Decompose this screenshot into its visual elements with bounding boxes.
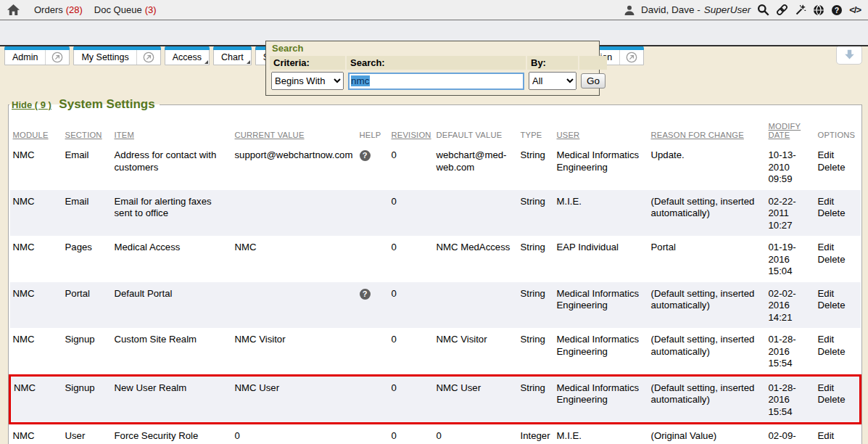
- open-in-new-icon[interactable]: [619, 50, 643, 65]
- edit-link[interactable]: Edit: [818, 334, 855, 346]
- cell-help: [357, 236, 389, 282]
- orders-link[interactable]: Orders (28): [34, 4, 83, 15]
- cell-type: String: [518, 144, 554, 190]
- delete-link[interactable]: Delete: [818, 300, 855, 312]
- tab-access[interactable]: Access: [165, 45, 210, 65]
- search-icon[interactable]: [757, 4, 769, 16]
- system-settings-legend: Hide ( 9 ) System Settings: [9, 97, 160, 112]
- column-header-type: TYPE: [518, 112, 554, 144]
- tab-label: Access: [165, 52, 209, 62]
- column-header-current-value[interactable]: CURRENT VALUE: [232, 112, 357, 144]
- search-input[interactable]: nmc: [348, 73, 524, 90]
- cell-revision: 0: [389, 424, 434, 444]
- tab-label: Chart: [214, 52, 251, 62]
- tab-chart[interactable]: Chart: [213, 45, 252, 65]
- doc-queue-label: Doc Queue: [94, 4, 142, 15]
- cell-default-value: webchart@med-web.com: [434, 144, 518, 190]
- help-icon[interactable]: ?: [360, 150, 371, 161]
- open-in-new-icon[interactable]: [136, 50, 160, 65]
- edit-link[interactable]: Edit: [818, 149, 855, 162]
- edit-link[interactable]: Edit: [818, 288, 855, 300]
- home-icon[interactable]: [7, 4, 20, 15]
- delete-link[interactable]: Delete: [818, 162, 855, 174]
- edit-link[interactable]: Edit: [818, 242, 855, 254]
- cell-module: NMC: [10, 424, 62, 444]
- search-panel-legend: Search: [268, 43, 597, 54]
- delete-link[interactable]: Delete: [818, 254, 855, 266]
- cell-modify-date: 02-02-2016 14:21: [766, 282, 815, 329]
- help-icon[interactable]: ?: [360, 289, 371, 300]
- cell-reason-for-change: Update.: [648, 144, 766, 190]
- code-icon[interactable]: </>: [849, 4, 861, 15]
- cell-module: NMC: [10, 375, 62, 424]
- cell-module: NMC: [10, 328, 62, 375]
- delete-link[interactable]: Delete: [818, 346, 855, 358]
- cell-options: EditDelete: [815, 236, 861, 282]
- column-header-user[interactable]: USER: [554, 112, 648, 144]
- table-row: NMCPortalDefault Portal?0StringMedical I…: [10, 282, 861, 329]
- system-settings-panel: Hide ( 9 ) System Settings MODULESECTION…: [8, 97, 862, 444]
- cell-reason-for-change: (Default setting, inserted automatically…: [648, 190, 766, 237]
- globe-icon[interactable]: [813, 4, 824, 16]
- column-header-modify-date[interactable]: MODIFY DATE: [766, 112, 815, 144]
- magic-wand-icon[interactable]: [795, 4, 806, 16]
- dropdown-corner-icon: [204, 60, 208, 64]
- help-icon[interactable]: ?: [831, 4, 843, 16]
- cell-current-value: NMC Visitor: [232, 328, 357, 375]
- cell-default-value: 0: [434, 424, 518, 444]
- tab-label: My Settings: [74, 52, 136, 62]
- column-header-help: HELP: [357, 112, 389, 144]
- table-row: NMCSignupNew User RealmNMC User0NMC User…: [10, 375, 861, 424]
- open-in-new-icon[interactable]: [45, 50, 69, 65]
- column-header-module[interactable]: MODULE: [10, 112, 62, 144]
- column-header-label: CURRENT VALUE: [235, 131, 305, 139]
- cell-reason-for-change: Portal: [648, 236, 766, 282]
- cell-item: Force Security Role: [112, 424, 232, 444]
- column-header-section[interactable]: SECTION: [62, 112, 112, 144]
- down-arrow-icon: [843, 49, 856, 60]
- orders-count: (28): [66, 4, 83, 15]
- cell-item: Custom Site Realm: [112, 328, 232, 375]
- table-row: NMCEmailAddress for contact with custome…: [10, 144, 861, 190]
- tab-admin[interactable]: Admin: [4, 45, 70, 65]
- cell-type: String: [518, 236, 554, 282]
- cell-type: String: [518, 375, 554, 424]
- go-button[interactable]: Go: [581, 73, 605, 89]
- table-row: NMCEmailEmail for alerting faxes sent to…: [10, 190, 861, 237]
- edit-link[interactable]: Edit: [818, 382, 854, 395]
- tab-my-settings[interactable]: My Settings: [73, 45, 160, 65]
- criteria-select[interactable]: Begins With: [271, 72, 344, 90]
- column-header-reason-for-change[interactable]: REASON FOR CHANGE: [648, 112, 766, 144]
- cell-modify-date: 01-28-2016 15:54: [766, 375, 815, 424]
- delete-link[interactable]: Delete: [818, 207, 855, 220]
- cell-help: ?: [357, 282, 389, 329]
- cell-options: EditDelete: [815, 375, 861, 424]
- edit-link[interactable]: Edit: [818, 430, 855, 443]
- settings-table: MODULESECTIONITEMCURRENT VALUEHELPREVISI…: [9, 112, 861, 444]
- hide-link[interactable]: Hide ( 9 ): [12, 99, 51, 110]
- search-panel: Search Criteria: Search: By: Begins With…: [265, 41, 600, 96]
- link-icon[interactable]: [776, 4, 788, 16]
- cell-modify-date: 01-28-2016 15:54: [766, 328, 815, 375]
- table-row: NMCSignupCustom Site RealmNMC Visitor0NM…: [10, 328, 861, 375]
- collapse-menu-button[interactable]: [836, 45, 862, 65]
- cell-help: [357, 424, 389, 444]
- column-header-revision[interactable]: REVISION: [389, 112, 434, 144]
- cell-section: User Security: [62, 424, 112, 444]
- current-user[interactable]: David, Dave - SuperUser: [641, 4, 751, 15]
- by-select[interactable]: All: [529, 72, 576, 90]
- cell-user: Medical Informatics Engineering: [554, 328, 648, 375]
- doc-queue-count: (3): [145, 4, 157, 15]
- cell-revision: 0: [389, 144, 434, 190]
- edit-link[interactable]: Edit: [818, 196, 855, 208]
- column-header-label: REVISION: [392, 131, 431, 139]
- delete-link[interactable]: Delete: [818, 394, 854, 406]
- cell-default-value: NMC MedAccess: [434, 236, 518, 282]
- cell-modify-date: 02-09-2010 21:01: [766, 424, 815, 444]
- doc-queue-link[interactable]: Doc Queue (3): [94, 4, 157, 15]
- cell-help: [357, 190, 389, 237]
- cell-user: Medical Informatics Engineering: [554, 144, 648, 190]
- cell-section: Pages: [62, 236, 112, 282]
- cell-default-value: NMC Visitor: [434, 328, 518, 375]
- column-header-item[interactable]: ITEM: [112, 112, 232, 144]
